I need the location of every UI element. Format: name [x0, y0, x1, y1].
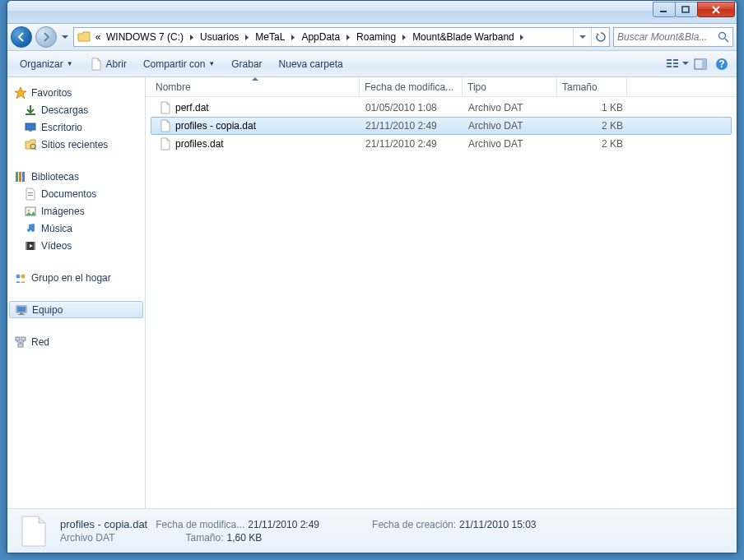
file-type: Archivo DAT	[463, 120, 558, 132]
nav-bar: « WINDOWS 7 (C:)UsuariosMeTaLAppDataRoam…	[7, 24, 737, 51]
file-row[interactable]: perf.dat01/05/2010 1:08Archivo DAT1 KB	[151, 99, 732, 117]
chevron-right-icon[interactable]	[241, 28, 253, 46]
breadcrumb-item[interactable]: AppData	[299, 28, 342, 46]
file-list[interactable]: perf.dat01/05/2010 1:08Archivo DAT1 KBpr…	[146, 97, 737, 508]
search-box[interactable]	[613, 27, 733, 47]
sidebar-item-vídeos[interactable]: Vídeos	[7, 237, 145, 254]
organize-button[interactable]: Organizar▼	[12, 54, 81, 74]
details-size-value: 1,60 KB	[227, 532, 263, 544]
address-bar[interactable]: « WINDOWS 7 (C:)UsuariosMeTaLAppDataRoam…	[73, 27, 610, 47]
svg-text:?: ?	[718, 58, 724, 70]
forward-button[interactable]	[35, 26, 57, 48]
share-button[interactable]: Compartir con▼	[136, 54, 222, 74]
svg-rect-0	[660, 11, 667, 12]
breadcrumb-item[interactable]: Roaming	[354, 28, 398, 46]
history-dropdown[interactable]	[60, 29, 70, 45]
file-type: Archivo DAT	[463, 138, 558, 150]
details-created-value: 21/11/2010 15:03	[459, 519, 536, 530]
minimize-button[interactable]	[653, 2, 676, 17]
help-button[interactable]: ?	[712, 54, 732, 74]
sidebar-item-escritorio[interactable]: Escritorio	[7, 118, 145, 136]
column-name[interactable]: Nombre	[151, 77, 360, 96]
svg-rect-34	[21, 337, 26, 340]
sidebar-item-imágenes[interactable]: Imágenes	[7, 202, 145, 220]
group-icon	[14, 170, 27, 183]
sidebar-group-red[interactable]: Red	[7, 333, 145, 350]
burn-button[interactable]: Grabar	[224, 54, 269, 74]
back-button[interactable]	[11, 26, 32, 48]
breadcrumb-item[interactable]: WINDOWS 7 (C:)	[104, 28, 186, 46]
svg-rect-4	[667, 62, 672, 64]
new-folder-button[interactable]: Nueva carpeta	[272, 54, 351, 74]
view-button[interactable]	[663, 54, 689, 74]
file-name: profiles - copia.dat	[175, 120, 256, 132]
column-type[interactable]: Tipo	[463, 77, 557, 96]
svg-rect-6	[673, 59, 678, 61]
svg-point-27	[16, 274, 21, 278]
details-text: profiles - copia.dat Fecha de modifica..…	[60, 518, 537, 544]
svg-rect-14	[26, 123, 35, 130]
file-name: perf.dat	[175, 102, 209, 113]
close-button[interactable]	[697, 2, 735, 17]
main-area: FavoritosDescargasEscritorioSitios recie…	[7, 77, 737, 508]
svg-rect-25	[26, 242, 27, 250]
svg-rect-5	[667, 66, 672, 67]
file-date: 01/05/2010 1:08	[360, 102, 463, 113]
chevron-right-icon[interactable]	[186, 28, 198, 46]
item-icon	[24, 205, 37, 218]
svg-rect-26	[34, 242, 35, 250]
maximize-button[interactable]	[675, 2, 698, 17]
svg-rect-30	[17, 307, 26, 312]
sidebar-item-descargas[interactable]: Descargas	[7, 101, 145, 118]
sidebar-group-bibliotecas[interactable]: Bibliotecas	[7, 168, 145, 185]
file-row[interactable]: profiles - copia.dat21/11/2010 2:49Archi…	[151, 117, 732, 135]
previous-locations-button[interactable]	[573, 28, 591, 46]
file-type: Archivo DAT	[463, 102, 558, 113]
details-created-label: Fecha de creación:	[372, 519, 456, 530]
sidebar-group-grupo-en-el-hogar[interactable]: Grupo en el hogar	[7, 269, 145, 286]
open-button[interactable]: Abrir	[82, 54, 134, 74]
item-icon	[24, 121, 37, 134]
svg-point-23	[28, 209, 30, 211]
chevron-right-icon[interactable]	[398, 28, 410, 46]
search-input[interactable]	[617, 31, 718, 43]
svg-rect-33	[16, 337, 20, 340]
file-date: 21/11/2010 2:49	[360, 138, 463, 150]
sidebar-group-favoritos[interactable]: Favoritos	[7, 84, 145, 101]
breadcrumb-item[interactable]: MeTaL	[253, 28, 287, 46]
svg-point-28	[21, 274, 26, 278]
chevron-right-icon[interactable]	[342, 28, 354, 46]
column-size[interactable]: Tamaño	[557, 77, 627, 96]
svg-rect-7	[673, 62, 678, 64]
file-icon	[159, 119, 172, 132]
sidebar-item-documentos[interactable]: Documentos	[7, 185, 145, 202]
refresh-button[interactable]	[591, 28, 609, 46]
column-date[interactable]: Fecha de modifica...	[360, 77, 463, 96]
details-mod-label: Fecha de modifica...	[156, 519, 244, 530]
file-icon	[159, 101, 172, 114]
sidebar-item-música[interactable]: Música	[7, 220, 145, 237]
overflow-chevron[interactable]: «	[92, 28, 104, 46]
preview-pane-button[interactable]	[691, 54, 710, 74]
breadcrumb-item[interactable]: Mount&Blade Warband	[410, 28, 517, 46]
details-size-label: Tamaño:	[185, 532, 223, 544]
file-row[interactable]: profiles.dat21/11/2010 2:49Archivo DAT2 …	[151, 135, 732, 153]
item-icon	[24, 222, 37, 235]
file-icon	[159, 137, 172, 150]
file-icon	[90, 58, 103, 71]
svg-rect-3	[667, 59, 672, 61]
item-icon	[24, 104, 37, 117]
svg-point-2	[719, 33, 726, 39]
breadcrumb-item[interactable]: Usuarios	[198, 28, 241, 46]
navigation-pane: FavoritosDescargasEscritorioSitios recie…	[7, 77, 146, 508]
group-icon	[14, 336, 27, 349]
command-bar: Organizar▼ Abrir Compartir con▼ Grabar N…	[7, 51, 737, 77]
svg-rect-15	[29, 130, 32, 132]
sidebar-item-sitios-recientes[interactable]: Sitios recientes	[7, 136, 145, 153]
item-icon	[24, 138, 37, 151]
chevron-right-icon[interactable]	[287, 28, 299, 46]
chevron-right-icon[interactable]	[517, 28, 528, 46]
file-size: 1 KB	[558, 102, 628, 113]
sidebar-group-equipo[interactable]: Equipo	[9, 301, 143, 318]
breadcrumbs: « WINDOWS 7 (C:)UsuariosMeTaLAppDataRoam…	[92, 28, 573, 46]
